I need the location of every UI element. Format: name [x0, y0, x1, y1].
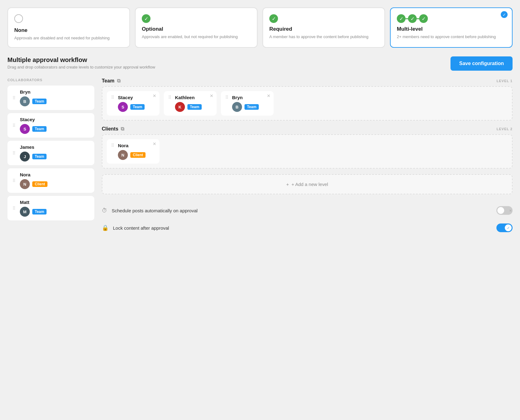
drag-handle-bryn-l1: ⠿ [225, 95, 228, 100]
lock-label: Lock content after approval [113, 225, 492, 231]
workflow-layout: COLLABORATORS ⠿ Bryn B Team ⠿ Stacey S T… [7, 78, 513, 237]
collaborator-info-bryn: Bryn B Team [20, 89, 47, 106]
none-icon [14, 14, 123, 24]
badge-nora-l2: Client [130, 152, 146, 158]
optional-title: Optional [142, 26, 251, 32]
level-1-drop-zone[interactable]: ⠿ Stacey S Team ✕ ⠿ Kathleen [102, 86, 513, 121]
section-title: Multiple approval workflow [7, 56, 155, 64]
approval-card-none[interactable]: None Approvals are disabled and not need… [7, 7, 130, 48]
approval-cards-row: None Approvals are disabled and not need… [7, 7, 513, 48]
collaborator-name-james: James [20, 144, 47, 150]
multilevel-title: Multi-level [397, 26, 506, 32]
badge-matt: Team [32, 209, 47, 214]
toggles-section: ⏱ Schedule posts automatically on approv… [102, 202, 513, 237]
level-section-1: Team ⧉ LEVEL 1 ⠿ Stacey S Team ✕ [102, 78, 513, 121]
drag-handle-kathleen-l1: ⠿ [168, 95, 171, 100]
collaborator-info-nora: Nora N Client [20, 172, 47, 189]
lock-thumb: ✓ [505, 224, 512, 231]
avatar-bryn: B [20, 96, 30, 106]
header-text: Multiple approval workflow Drag and drop… [7, 56, 155, 69]
approval-card-required[interactable]: ✓ Required A member has to approve the c… [262, 7, 385, 48]
member-card-kathleen-l1: ⠿ Kathleen K Team ✕ [164, 91, 217, 116]
lock-toggle[interactable]: ✓ [496, 223, 513, 232]
copy-level-2-icon[interactable]: ⧉ [121, 126, 124, 132]
drag-handle-james: ⠿ [12, 151, 16, 156]
avatar-stacey: S [20, 124, 30, 134]
multilevel-icon: ✓ ✓ ✓ ✓ [397, 14, 506, 23]
required-title: Required [269, 26, 378, 32]
level-section-2: Clients ⧉ LEVEL 2 ⠿ Nora N Client [102, 126, 513, 169]
member-name-kathleen-l1: Kathleen [175, 95, 202, 100]
collaborator-name-stacey: Stacey [20, 117, 47, 122]
remove-kathleen-l1-button[interactable]: ✕ [210, 94, 213, 98]
member-name-stacey-l1: Stacey [118, 95, 145, 100]
none-title: None [14, 27, 123, 33]
member-card-stacey-l1: ⠿ Stacey S Team ✕ [107, 91, 159, 116]
badge-bryn-l1: Team [244, 104, 259, 110]
member-card-nora-l2: ⠿ Nora N Client ✕ [107, 139, 159, 164]
badge-bryn: Team [32, 99, 47, 104]
collaborators-label: COLLABORATORS [7, 78, 94, 82]
drag-handle-nora-l2: ⠿ [111, 143, 114, 148]
avatar-james: J [20, 152, 30, 161]
collaborator-name-matt: Matt [20, 200, 47, 205]
optional-desc: Approvals are enabled, but not required … [142, 34, 251, 40]
required-icon: ✓ [269, 14, 378, 23]
level-1-header: Team ⧉ LEVEL 1 [102, 78, 513, 84]
member-kathleen-content: Kathleen K Team [175, 95, 202, 112]
avatar-bryn-l1: B [232, 102, 242, 112]
level-2-drop-zone[interactable]: ⠿ Nora N Client ✕ [102, 134, 513, 169]
avatar-matt: M [20, 207, 30, 217]
required-desc: A member has to approve the content befo… [269, 34, 378, 40]
member-nora-content: Nora N Client [118, 143, 146, 160]
level-2-header: Clients ⧉ LEVEL 2 [102, 126, 513, 132]
remove-bryn-l1-button[interactable]: ✕ [267, 94, 271, 98]
schedule-toggle-row: ⏱ Schedule posts automatically on approv… [102, 202, 513, 219]
approval-card-multilevel[interactable]: ✓ ✓ ✓ ✓ Multi-level 2+ members need to a… [390, 7, 513, 48]
add-level-label: + Add a new level [291, 182, 328, 187]
none-desc: Approvals are disabled and not needed fo… [14, 35, 123, 41]
drag-handle-nora: ⠿ [12, 178, 16, 183]
avatar-nora: N [20, 179, 30, 189]
drag-handle-bryn: ⠿ [12, 95, 16, 100]
copy-level-1-icon[interactable]: ⧉ [117, 78, 120, 84]
avatar-nora-l2: N [118, 150, 128, 160]
collaborator-card-bryn[interactable]: ⠿ Bryn B Team [7, 86, 94, 110]
badge-nora: Client [32, 181, 47, 187]
schedule-toggle[interactable]: ✕ [496, 206, 513, 215]
collaborator-card-stacey[interactable]: ⠿ Stacey S Team [7, 113, 94, 138]
avatar-stacey-l1: S [118, 102, 128, 112]
remove-nora-l2-button[interactable]: ✕ [153, 142, 156, 146]
collaborator-name-bryn: Bryn [20, 89, 47, 95]
badge-kathleen-l1: Team [187, 104, 202, 110]
badge-james: Team [32, 154, 47, 159]
collaborator-info-james: James J Team [20, 144, 47, 161]
level-1-label: LEVEL 1 [497, 79, 513, 83]
schedule-icon: ⏱ [102, 207, 107, 214]
member-name-bryn-l1: Bryn [232, 95, 259, 100]
approval-card-optional[interactable]: ✓ Optional Approvals are enabled, but no… [135, 7, 258, 48]
section-subtitle: Drag and drop collaborators and create l… [7, 65, 155, 69]
badge-stacey: Team [32, 126, 47, 132]
schedule-track: ✕ [496, 206, 513, 215]
member-stacey-content: Stacey S Team [118, 95, 145, 112]
level-2-label: LEVEL 2 [497, 127, 513, 131]
remove-stacey-l1-button[interactable]: ✕ [153, 94, 156, 98]
collaborator-info-stacey: Stacey S Team [20, 117, 47, 134]
level-2-name: Clients ⧉ [102, 126, 124, 132]
collaborator-card-james[interactable]: ⠿ James J Team [7, 141, 94, 165]
save-configuration-button[interactable]: Save configuration [451, 56, 513, 71]
collaborator-card-matt[interactable]: ⠿ Matt M Team [7, 196, 94, 220]
collaborators-panel: COLLABORATORS ⠿ Bryn B Team ⠿ Stacey S T… [7, 78, 94, 237]
multilevel-desc: 2+ members need to approve content befor… [397, 34, 506, 40]
levels-panel: Team ⧉ LEVEL 1 ⠿ Stacey S Team ✕ [102, 78, 513, 237]
add-level-button[interactable]: + + Add a new level [102, 174, 513, 194]
lock-icon: 🔒 [102, 224, 109, 231]
collaborator-name-nora: Nora [20, 172, 47, 177]
collaborator-card-nora[interactable]: ⠿ Nora N Client [7, 168, 94, 193]
member-bryn-content: Bryn B Team [232, 95, 259, 112]
drag-handle-stacey: ⠿ [12, 123, 16, 128]
member-name-nora-l2: Nora [118, 143, 146, 148]
add-level-plus: + [286, 182, 289, 187]
collaborator-info-matt: Matt M Team [20, 200, 47, 217]
